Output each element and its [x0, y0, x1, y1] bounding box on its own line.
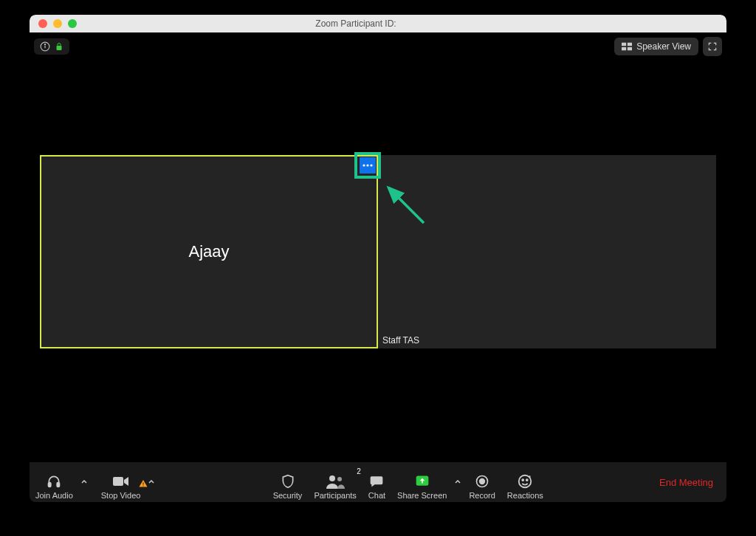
security-button[interactable]: Security — [267, 464, 309, 500]
meeting-toolbar: Join Audio Stop Video — [30, 462, 726, 502]
svg-rect-7 — [628, 47, 632, 50]
share-screen-button[interactable]: Share Screen — [391, 464, 453, 500]
svg-point-10 — [370, 164, 372, 166]
encryption-lock-icon[interactable] — [55, 41, 63, 52]
share-screen-icon — [414, 473, 430, 489]
end-meeting-button[interactable]: End Meeting — [659, 477, 726, 488]
join-audio-button[interactable]: Join Audio — [30, 464, 79, 500]
speaker-view-label: Speaker View — [636, 41, 691, 52]
reactions-button[interactable]: Reactions — [501, 464, 549, 500]
video-tile[interactable]: Staff TAS — [378, 155, 716, 348]
app-window: Zoom Participant ID: Speaker View — [30, 15, 726, 502]
video-tile-active-speaker[interactable]: Ajaay — [40, 155, 378, 348]
svg-point-17 — [329, 475, 335, 481]
participants-count-badge: 2 — [357, 467, 361, 475]
fullscreen-button[interactable] — [703, 37, 722, 56]
people-icon — [326, 473, 345, 489]
svg-rect-14 — [113, 477, 123, 486]
svg-rect-5 — [628, 43, 632, 46]
svg-rect-4 — [622, 43, 626, 46]
smiley-icon — [517, 473, 533, 489]
svg-point-23 — [523, 479, 524, 481]
video-camera-icon — [112, 473, 130, 489]
window-close-button[interactable] — [38, 19, 47, 28]
speaker-view-button[interactable]: Speaker View — [614, 38, 698, 55]
video-gallery: Ajaay Staff TAS — [40, 155, 716, 348]
svg-point-24 — [526, 479, 528, 481]
shield-icon — [281, 473, 295, 489]
warning-icon — [139, 479, 148, 488]
gallery-icon — [622, 42, 632, 51]
record-icon — [475, 473, 489, 489]
svg-rect-13 — [58, 483, 60, 487]
titlebar: Zoom Participant ID: — [30, 15, 726, 32]
window-maximize-button[interactable] — [68, 19, 77, 28]
meeting-topbar: Speaker View — [34, 37, 722, 56]
svg-point-2 — [44, 44, 45, 45]
traffic-lights — [30, 19, 77, 28]
more-options-icon — [362, 164, 373, 167]
headphones-icon — [46, 473, 62, 489]
tile-more-options-button[interactable] — [360, 157, 376, 173]
info-icon[interactable] — [40, 41, 50, 52]
svg-point-8 — [362, 164, 365, 166]
participant-name: Ajaay — [188, 242, 229, 261]
svg-point-9 — [366, 164, 368, 166]
chat-button[interactable]: Chat — [362, 464, 391, 500]
record-button[interactable]: Record — [463, 464, 501, 500]
video-options-chevron[interactable] — [146, 464, 157, 500]
participant-name: Staff TAS — [382, 335, 419, 346]
share-options-chevron[interactable] — [453, 464, 463, 500]
svg-rect-3 — [57, 46, 62, 50]
audio-options-chevron[interactable] — [79, 464, 89, 500]
chat-bubble-icon — [368, 473, 385, 489]
svg-rect-12 — [49, 483, 51, 487]
annotation-highlight-box — [354, 152, 381, 179]
svg-rect-6 — [622, 47, 626, 50]
svg-point-21 — [480, 479, 485, 484]
svg-rect-15 — [143, 483, 144, 485]
window-minimize-button[interactable] — [53, 19, 62, 28]
window-title: Zoom Participant ID: — [30, 18, 726, 29]
svg-point-18 — [337, 477, 342, 481]
participants-button[interactable]: 2 Participants — [308, 464, 362, 500]
stop-video-button[interactable]: Stop Video — [95, 464, 147, 500]
svg-rect-16 — [143, 486, 144, 487]
